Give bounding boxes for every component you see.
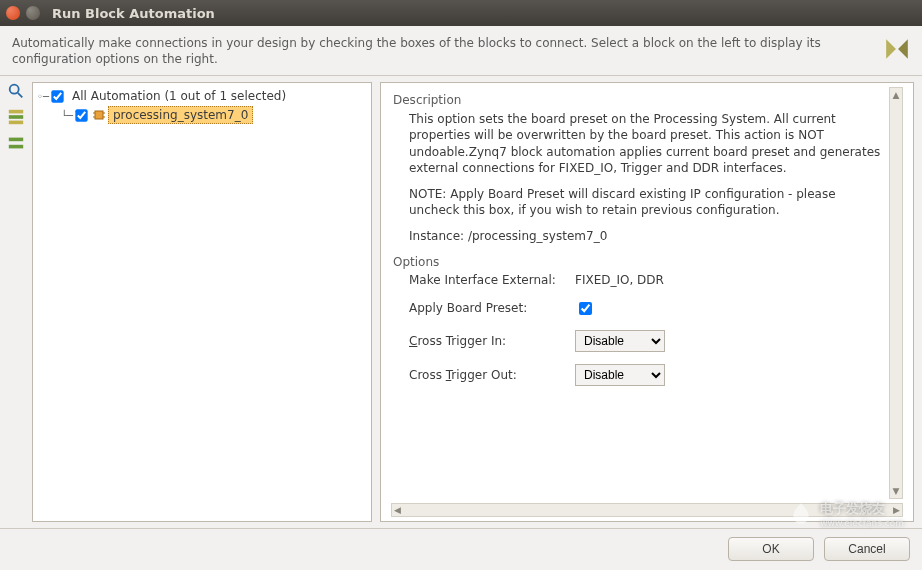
tree-toggle-icon[interactable]: ◦─ bbox=[37, 91, 49, 102]
automation-tree[interactable]: ◦─ All Automation (1 out of 1 selected) … bbox=[32, 82, 372, 522]
details-pane: Description This option sets the board p… bbox=[380, 82, 914, 522]
chip-icon bbox=[92, 108, 106, 122]
zoom-icon[interactable] bbox=[7, 82, 25, 100]
make-interface-external-label: Make Interface External: bbox=[409, 273, 569, 287]
options-heading: Options bbox=[393, 255, 885, 269]
xilinx-logo-icon bbox=[884, 36, 910, 62]
close-window-button[interactable] bbox=[6, 6, 20, 20]
description-body-1: This option sets the board preset on the… bbox=[409, 111, 885, 176]
vertical-scrollbar[interactable]: ▲ ▼ bbox=[889, 87, 903, 499]
horizontal-scrollbar[interactable]: ◀ ▶ bbox=[391, 503, 903, 517]
scroll-up-icon[interactable]: ▲ bbox=[893, 90, 900, 100]
dialog-footer: OK Cancel bbox=[0, 528, 922, 568]
svg-rect-4 bbox=[9, 121, 23, 125]
titlebar: Run Block Automation bbox=[0, 0, 922, 26]
tree-root-row[interactable]: ◦─ All Automation (1 out of 1 selected) bbox=[35, 87, 369, 105]
svg-line-1 bbox=[18, 93, 23, 98]
svg-rect-7 bbox=[95, 111, 103, 119]
tree-root-label[interactable]: All Automation (1 out of 1 selected) bbox=[68, 88, 290, 104]
minimize-window-button[interactable] bbox=[26, 6, 40, 20]
description-body-2: NOTE: Apply Board Preset will discard ex… bbox=[409, 186, 885, 218]
tree-child-row[interactable]: └─ processing_system7_0 bbox=[35, 105, 369, 125]
tree-root-checkbox[interactable] bbox=[51, 90, 63, 102]
apply-board-preset-label: Apply Board Preset: bbox=[409, 301, 569, 315]
tree-leaf-connector-icon: └─ bbox=[61, 110, 73, 121]
cross-trigger-in-select[interactable]: Disable bbox=[575, 330, 665, 352]
make-interface-external-value: FIXED_IO, DDR bbox=[575, 273, 885, 287]
ok-button[interactable]: OK bbox=[728, 537, 814, 561]
tree-child-checkbox[interactable] bbox=[75, 109, 87, 121]
svg-rect-6 bbox=[9, 145, 23, 149]
intro-text: Automatically make connections in your d… bbox=[12, 36, 874, 67]
apply-board-preset-checkbox[interactable] bbox=[579, 302, 592, 315]
cross-trigger-in-label: Cross Trigger In: bbox=[409, 334, 569, 348]
scroll-right-icon[interactable]: ▶ bbox=[893, 505, 900, 515]
svg-rect-3 bbox=[9, 115, 23, 119]
intro-strip: Automatically make connections in your d… bbox=[0, 26, 922, 76]
cancel-button[interactable]: Cancel bbox=[824, 537, 910, 561]
scroll-left-icon[interactable]: ◀ bbox=[394, 505, 401, 515]
left-toolbar bbox=[0, 76, 32, 528]
svg-rect-5 bbox=[9, 138, 23, 142]
cross-trigger-out-select[interactable]: Disable bbox=[575, 364, 665, 386]
scroll-down-icon[interactable]: ▼ bbox=[893, 486, 900, 496]
expand-tree-icon[interactable] bbox=[7, 108, 25, 126]
svg-point-0 bbox=[10, 85, 19, 94]
svg-rect-2 bbox=[9, 110, 23, 114]
tree-child-label[interactable]: processing_system7_0 bbox=[108, 106, 253, 124]
description-heading: Description bbox=[393, 93, 885, 107]
collapse-tree-icon[interactable] bbox=[7, 134, 25, 152]
instance-label: Instance: /processing_system7_0 bbox=[409, 228, 885, 244]
cross-trigger-out-label: Cross Trigger Out: bbox=[409, 368, 569, 382]
main-area: ◦─ All Automation (1 out of 1 selected) … bbox=[0, 76, 922, 528]
window-title: Run Block Automation bbox=[52, 6, 215, 21]
